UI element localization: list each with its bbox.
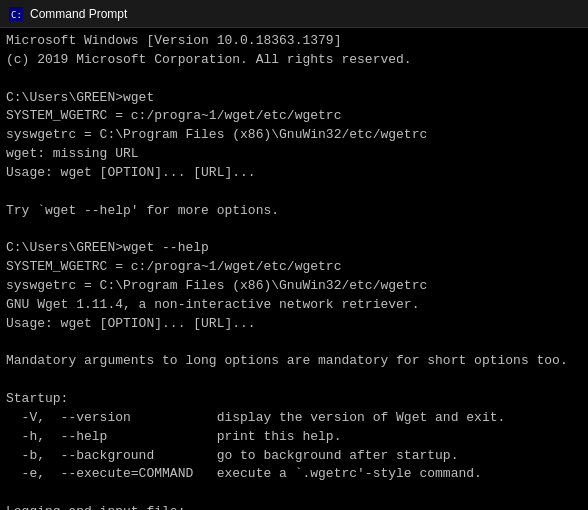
terminal-line: syswgetrc = C:\Program Files (x86)\GnuWi… bbox=[6, 277, 582, 296]
terminal-line: Startup: bbox=[6, 390, 582, 409]
terminal-line: (c) 2019 Microsoft Corporation. All righ… bbox=[6, 51, 582, 70]
terminal-line: -V, --version display the version of Wge… bbox=[6, 409, 582, 428]
terminal-line: wget: missing URL bbox=[6, 145, 582, 164]
terminal-line: syswgetrc = C:\Program Files (x86)\GnuWi… bbox=[6, 126, 582, 145]
terminal-line: SYSTEM_WGETRC = c:/progra~1/wget/etc/wge… bbox=[6, 258, 582, 277]
terminal-line: GNU Wget 1.11.4, a non-interactive netwo… bbox=[6, 296, 582, 315]
terminal-line bbox=[6, 334, 582, 353]
terminal-line: Usage: wget [OPTION]... [URL]... bbox=[6, 164, 582, 183]
terminal-line: Microsoft Windows [Version 10.0.18363.13… bbox=[6, 32, 582, 51]
terminal-line: Try `wget --help' for more options. bbox=[6, 202, 582, 221]
terminal-line: -e, --execute=COMMAND execute a `.wgetrc… bbox=[6, 465, 582, 484]
terminal-line: Mandatory arguments to long options are … bbox=[6, 352, 582, 371]
terminal-line: Logging and input file: bbox=[6, 503, 582, 510]
terminal-line: -h, --help print this help. bbox=[6, 428, 582, 447]
window-title: Command Prompt bbox=[30, 7, 127, 21]
terminal-line: SYSTEM_WGETRC = c:/progra~1/wget/etc/wge… bbox=[6, 107, 582, 126]
terminal-line: C:\Users\GREEN>wget bbox=[6, 89, 582, 108]
terminal-line bbox=[6, 220, 582, 239]
terminal-line bbox=[6, 484, 582, 503]
terminal-line: Usage: wget [OPTION]... [URL]... bbox=[6, 315, 582, 334]
terminal-line: -b, --background go to background after … bbox=[6, 447, 582, 466]
terminal-line bbox=[6, 371, 582, 390]
terminal-line bbox=[6, 183, 582, 202]
terminal-body: Microsoft Windows [Version 10.0.18363.13… bbox=[0, 28, 588, 510]
svg-text:C:: C: bbox=[11, 10, 22, 20]
terminal-line: C:\Users\GREEN>wget --help bbox=[6, 239, 582, 258]
terminal-line bbox=[6, 70, 582, 89]
title-bar: C: Command Prompt bbox=[0, 0, 588, 28]
cmd-icon: C: bbox=[8, 6, 24, 22]
